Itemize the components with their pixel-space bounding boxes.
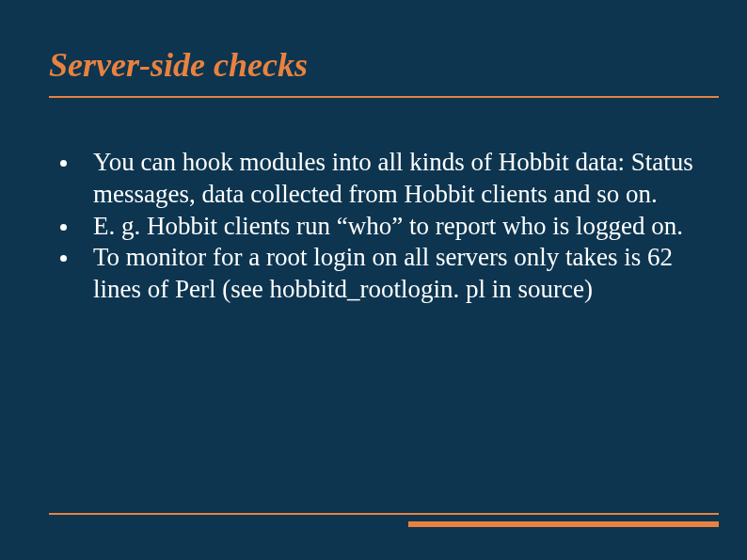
list-item-text: To monitor for a root login on all serve… bbox=[93, 242, 709, 306]
list-item-text: E. g. Hobbit clients run “who” to report… bbox=[93, 211, 709, 243]
list-item: You can hook modules into all kinds of H… bbox=[56, 147, 709, 211]
list-item-text: You can hook modules into all kinds of H… bbox=[93, 147, 709, 211]
list-item: E. g. Hobbit clients run “who” to report… bbox=[56, 211, 709, 243]
slide: Server-side checks You can hook modules … bbox=[0, 0, 747, 560]
title-underline bbox=[49, 96, 719, 98]
slide-body: You can hook modules into all kinds of H… bbox=[56, 147, 709, 306]
bullet-icon bbox=[60, 224, 67, 231]
slide-title: Server-side checks bbox=[49, 45, 698, 85]
footer-rule-thin bbox=[49, 513, 719, 515]
bullet-icon bbox=[60, 160, 67, 167]
footer-rule-thick bbox=[408, 521, 719, 527]
list-item: To monitor for a root login on all serve… bbox=[56, 242, 709, 306]
bullet-icon bbox=[60, 255, 67, 262]
